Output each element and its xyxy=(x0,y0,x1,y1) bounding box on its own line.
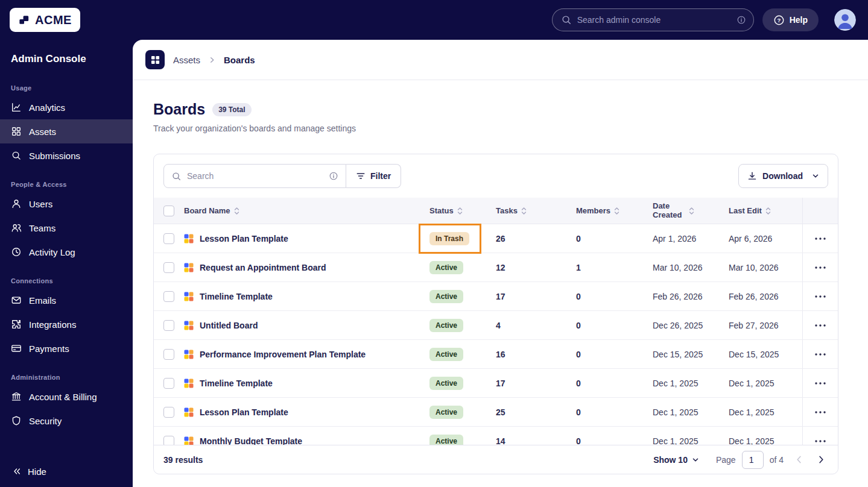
sidebar-item-analytics[interactable]: Analytics xyxy=(0,95,133,119)
members-count: 1 xyxy=(576,263,581,272)
sidebar: Admin Console Usage Analytics Assets Sub… xyxy=(0,40,133,487)
row-checkbox[interactable] xyxy=(163,436,174,445)
sidebar-item-account-billing[interactable]: Account & Billing xyxy=(0,385,133,409)
sidebar-item-label: Account & Billing xyxy=(29,392,97,402)
search-icon xyxy=(561,14,572,25)
page-number-input[interactable] xyxy=(742,451,764,469)
page-size-select[interactable]: Show 10 xyxy=(653,455,699,465)
hide-sidebar-button[interactable]: Hide xyxy=(0,456,133,487)
column-header-last-edit[interactable]: Last Edit xyxy=(729,198,802,224)
double-chevron-left-icon xyxy=(12,467,22,476)
hide-label: Hide xyxy=(28,467,46,477)
column-header-date-created[interactable]: Date Created xyxy=(653,198,729,224)
board-name-link[interactable]: Untitled Board xyxy=(200,321,258,330)
row-checkbox[interactable] xyxy=(163,320,174,331)
download-button[interactable]: Download xyxy=(738,164,828,188)
filter-label: Filter xyxy=(370,171,391,181)
sidebar-item-teams[interactable]: Teams xyxy=(0,216,133,240)
date-created-value: Dec 1, 2025 xyxy=(653,379,699,388)
envelope-icon xyxy=(11,295,22,306)
members-count: 0 xyxy=(576,321,581,330)
next-page-button[interactable] xyxy=(814,451,828,468)
board-name-link[interactable]: Lesson Plan Template xyxy=(200,234,288,244)
help-icon: ? xyxy=(773,14,785,26)
breadcrumb: Assets Boards xyxy=(133,40,868,80)
row-menu-button[interactable] xyxy=(811,233,830,244)
row-menu-button[interactable] xyxy=(811,349,830,360)
board-name-link[interactable]: Timeline Template xyxy=(200,379,273,388)
avatar[interactable] xyxy=(834,9,856,31)
sidebar-item-users[interactable]: Users xyxy=(0,192,133,216)
board-name-link[interactable]: Lesson Plan Template xyxy=(200,407,288,417)
column-header-members[interactable]: Members xyxy=(576,198,653,224)
sidebar-item-security[interactable]: Security xyxy=(0,409,133,433)
page-subtitle: Track your organization's boards and man… xyxy=(153,124,838,133)
sidebar-item-assets[interactable]: Assets xyxy=(0,119,133,143)
sidebar-item-activity-log[interactable]: Activity Log xyxy=(0,240,133,264)
page-of-label: of 4 xyxy=(770,455,784,465)
tasks-count: 16 xyxy=(496,350,505,359)
magnifier-icon xyxy=(11,150,22,161)
total-count-badge: 39 Total xyxy=(212,103,251,116)
table-header-row: Board Name Status Tasks Members Date Cre… xyxy=(154,198,838,224)
sort-icon xyxy=(457,207,463,215)
row-menu-button[interactable] xyxy=(811,378,830,389)
row-menu-button[interactable] xyxy=(811,291,830,302)
sort-icon xyxy=(689,207,694,215)
row-menu-button[interactable] xyxy=(811,262,830,273)
sidebar-item-emails[interactable]: Emails xyxy=(0,288,133,312)
chevron-down-icon xyxy=(692,456,699,463)
board-name-link[interactable]: Request an Appointment Board xyxy=(200,263,326,272)
members-count: 0 xyxy=(576,292,581,301)
sidebar-item-label: Teams xyxy=(29,223,55,233)
status-badge: In Trash xyxy=(429,232,469,245)
info-icon[interactable] xyxy=(329,171,338,181)
help-button[interactable]: ? Help xyxy=(762,8,819,31)
column-header-tasks[interactable]: Tasks xyxy=(496,198,576,224)
row-checkbox[interactable] xyxy=(163,233,174,244)
row-checkbox[interactable] xyxy=(163,349,174,360)
sidebar-item-integrations[interactable]: Integrations xyxy=(0,312,133,336)
last-edit-value: Mar 10, 2026 xyxy=(729,263,779,272)
sidebar-item-payments[interactable]: Payments xyxy=(0,336,133,360)
sidebar-item-submissions[interactable]: Submissions xyxy=(0,143,133,168)
sidebar-item-label: Emails xyxy=(29,295,56,306)
row-menu-button[interactable] xyxy=(811,320,830,331)
info-icon[interactable] xyxy=(737,15,746,25)
table-search-input[interactable] xyxy=(187,171,323,181)
clock-icon xyxy=(11,247,22,257)
status-badge: Active xyxy=(429,348,463,361)
tasks-count: 25 xyxy=(496,407,505,417)
last-edit-value: Feb 26, 2026 xyxy=(729,292,779,301)
breadcrumb-assets[interactable]: Assets xyxy=(173,55,200,65)
sort-icon xyxy=(765,207,771,215)
column-header-status[interactable]: Status xyxy=(429,198,496,224)
status-badge: Active xyxy=(429,377,463,390)
row-checkbox[interactable] xyxy=(163,407,174,418)
filter-button[interactable]: Filter xyxy=(346,164,401,188)
board-name-link[interactable]: Performance Improvement Plan Template xyxy=(200,350,366,359)
date-created-value: Dec 26, 2025 xyxy=(653,321,703,330)
admin-search-input[interactable] xyxy=(577,15,731,25)
row-checkbox[interactable] xyxy=(163,378,174,389)
status-badge: Active xyxy=(429,261,463,274)
row-checkbox[interactable] xyxy=(163,262,174,273)
column-header-board-name[interactable]: Board Name xyxy=(184,198,429,224)
board-name-link[interactable]: Monthly Budget Template xyxy=(200,436,302,445)
table-toolbar: Filter Download xyxy=(154,154,838,198)
board-name-link[interactable]: Timeline Template xyxy=(200,292,273,301)
members-count: 0 xyxy=(576,234,581,244)
user-icon xyxy=(11,198,22,209)
date-created-value: Mar 10, 2026 xyxy=(653,263,703,272)
download-label: Download xyxy=(762,171,803,181)
row-menu-button[interactable] xyxy=(811,407,830,418)
credit-card-icon xyxy=(11,343,22,354)
board-icon xyxy=(184,407,194,417)
acme-logo[interactable]: ACME xyxy=(10,8,80,32)
select-all-checkbox[interactable] xyxy=(163,206,174,216)
previous-page-button[interactable] xyxy=(792,451,806,468)
chevron-down-icon xyxy=(812,172,819,180)
breadcrumb-boards: Boards xyxy=(224,55,255,65)
row-menu-button[interactable] xyxy=(811,436,830,445)
row-checkbox[interactable] xyxy=(163,291,174,302)
